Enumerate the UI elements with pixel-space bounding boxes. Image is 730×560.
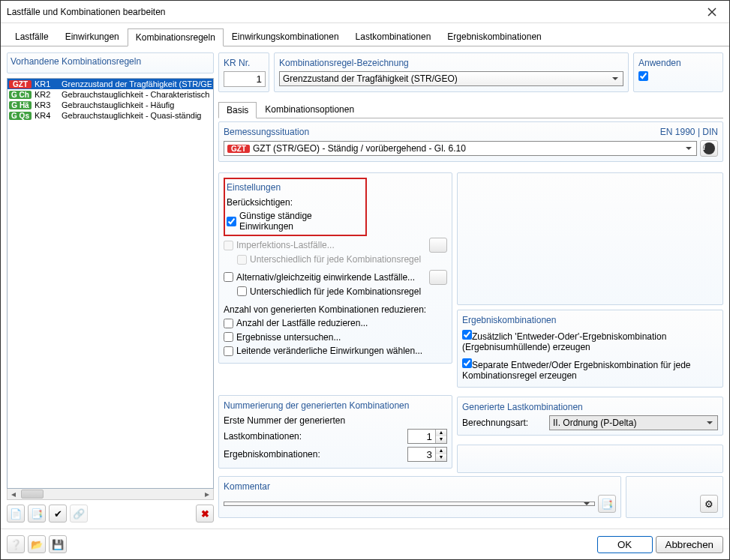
help-button[interactable]: ❔: [7, 535, 25, 553]
help-icon: ❔: [10, 539, 22, 550]
save-icon: 💾: [52, 539, 64, 550]
spinner-down-icon[interactable]: ▼: [436, 454, 446, 461]
delete-button[interactable]: ✖: [196, 505, 214, 523]
reduce3-checkbox[interactable]: Leitende veränderliche Einwirkungen wähl…: [224, 344, 422, 358]
bem-info-button[interactable]: i: [700, 140, 718, 157]
tab-ergebniskombinationen[interactable]: Ergebniskombinationen: [439, 28, 549, 46]
results-group: Ergebniskombinationen Zusätzlich 'Entwed…: [457, 310, 723, 388]
empty-lower-box: [457, 445, 723, 473]
rule-badge: G Ch: [9, 91, 32, 99]
rule-code: KR3: [35, 100, 59, 109]
reduce2-label: Ergebnisse untersuchen...: [236, 332, 341, 343]
apply-button[interactable]: ✔: [49, 505, 67, 523]
spinner-up-icon[interactable]: ▲: [436, 430, 446, 436]
rules-horizontal-scrollbar[interactable]: ◂ ▸: [7, 489, 214, 500]
rule-row-kr4[interactable]: G Qs KR4 Gebrauchstauglichkeit - Quasi-s…: [8, 110, 213, 121]
reduce2-checkbox[interactable]: Ergebnisse untersuchen...: [224, 331, 341, 344]
scroll-left-arrow-icon[interactable]: ◂: [8, 489, 20, 499]
highlight-box: Einstellungen Berücksichtigen: Günstige …: [224, 178, 367, 236]
ek-spinner[interactable]: ▲▼: [407, 447, 447, 462]
left-panel: Vorhandene Kombinationsregeln GZT KR1 Gr…: [7, 52, 214, 523]
scroll-thumb[interactable]: [21, 490, 44, 499]
new-rule-button[interactable]: 📄: [7, 505, 25, 523]
kr-bez-title: Kombinationsregel-Bezeichnung: [279, 58, 623, 68]
rule-row-kr1[interactable]: GZT KR1 Grenzzustand der Tragfähigkeit (…: [8, 79, 213, 89]
ek-spinner-input[interactable]: [408, 448, 435, 461]
tab-kombinationsregeln[interactable]: Kombinationsregeln: [128, 28, 224, 46]
link-button: 🔗: [70, 505, 88, 523]
rule-row-kr3[interactable]: G Hä KR3 Gebrauchstauglichkeit - Häufig: [8, 100, 213, 110]
diff2-checkbox[interactable]: Unterschiedlich für jede Kombinationsreg…: [224, 285, 421, 298]
rule-code: KR2: [35, 90, 59, 99]
settings-side-button[interactable]: ⚙: [700, 495, 718, 513]
cancel-button[interactable]: Abbrechen: [656, 536, 723, 553]
kr-nr-group: KR Nr.: [218, 52, 269, 92]
anwenden-group: Anwenden: [633, 52, 723, 92]
save-footer-button[interactable]: 💾: [49, 535, 67, 553]
anwenden-checkbox[interactable]: [638, 71, 648, 81]
rule-desc: Gebrauchstauglichkeit - Quasi-ständig: [62, 111, 212, 120]
tab-lastfaelle[interactable]: Lastfälle: [7, 28, 57, 46]
rule-code: KR1: [35, 79, 59, 88]
rule-badge: GZT: [9, 80, 32, 88]
sub-tab-options[interactable]: Kombinationsoptionen: [257, 101, 362, 118]
dialog-window: Lastfälle und Kombinationen bearbeiten L…: [0, 0, 730, 560]
alt-settings-button[interactable]: [429, 270, 447, 285]
generated-group: Generierte Lastkombinationen Berechnungs…: [457, 397, 723, 436]
rule-row-kr2[interactable]: G Ch KR2 Gebrauchstauglichkeit - Charakt…: [8, 89, 213, 100]
numbering-first-label: Erste Nummer der generierten: [224, 414, 447, 427]
delete-icon: ✖: [201, 508, 209, 520]
check-icon: ✔: [54, 508, 62, 520]
tab-einwirkungen[interactable]: Einwirkungen: [57, 28, 128, 46]
top-row: KR Nr. Kombinationsregel-Bezeichnung Gre…: [218, 52, 723, 97]
results-title: Ergebniskombinationen: [462, 315, 718, 325]
pick-icon: 📑: [601, 499, 613, 510]
kr-nr-input[interactable]: [224, 71, 266, 87]
comment-combo[interactable]: [224, 502, 595, 506]
open-button[interactable]: 📂: [28, 535, 46, 553]
kr-bez-value: Grenzzustand der Tragfähigkeit (STR/GEO): [283, 73, 458, 84]
sub-tab-basis[interactable]: Basis: [218, 102, 257, 118]
kr-bez-combo[interactable]: Grenzzustand der Tragfähigkeit (STR/GEO): [279, 71, 623, 86]
calc-value: II. Ordnung (P-Delta): [553, 418, 636, 428]
rules-group: Vorhandene Kombinationsregeln: [7, 52, 214, 73]
settings-side-group: ⚙: [626, 476, 723, 518]
dialog-footer: ❔ 📂 💾 OK Abbrechen: [1, 529, 729, 559]
kr-nr-title: KR Nr.: [224, 58, 264, 68]
anwenden-title: Anwenden: [638, 58, 718, 68]
settings-group: Einstellungen Berücksichtigen: Günstige …: [218, 172, 452, 364]
bem-value: GZT (STR/GEO) - Ständig / vorübergehend …: [253, 143, 466, 154]
diff2-label: Unterschiedlich für jede Kombinationsreg…: [250, 286, 421, 297]
result2-checkbox[interactable]: Separate Entweder/Oder Ergebniskombinati…: [462, 357, 718, 382]
ok-button[interactable]: OK: [597, 536, 653, 553]
close-button[interactable]: [701, 3, 723, 21]
lk-spinner-input[interactable]: [408, 430, 435, 443]
en-link[interactable]: EN 1990 | DIN: [660, 127, 718, 137]
rule-code: KR4: [35, 111, 59, 120]
lk-label: Lastkombinationen:: [224, 431, 403, 442]
spinner-down-icon[interactable]: ▼: [436, 436, 446, 443]
sub-tab-bar: Basis Kombinationsoptionen: [218, 101, 723, 118]
favorable-checkbox[interactable]: Günstige ständige Einwirkungen: [227, 209, 364, 233]
lk-spinner[interactable]: ▲▼: [407, 429, 447, 444]
rules-list[interactable]: GZT KR1 Grenzzustand der Tragfähigkeit (…: [7, 78, 214, 489]
folder-icon: 📂: [31, 539, 43, 550]
info-icon: i: [703, 142, 715, 154]
tab-einwirkungskombinationen[interactable]: Einwirkungskombinationen: [224, 28, 347, 46]
spinner-up-icon[interactable]: ▲: [436, 448, 446, 454]
gear-icon: ⚙: [704, 499, 713, 510]
reduce1-checkbox[interactable]: Anzahl der Lastfälle reduzieren...: [224, 316, 368, 330]
comment-pick-button[interactable]: 📑: [598, 495, 616, 513]
library-button[interactable]: 📑: [28, 505, 46, 523]
tab-lastkombinationen[interactable]: Lastkombinationen: [347, 28, 440, 46]
result1-checkbox[interactable]: Zusätzlich 'Entweder-Oder'-Ergebniskombi…: [462, 328, 718, 354]
consider-label: Berücksichtigen:: [227, 196, 364, 209]
sub-content: Einstellungen Berücksichtigen: Günstige …: [218, 169, 723, 473]
content-area: Vorhandene Kombinationsregeln GZT KR1 Gr…: [1, 46, 729, 529]
imperf-settings-button[interactable]: [429, 238, 447, 253]
reduce3-label: Leitende veränderliche Einwirkungen wähl…: [236, 346, 422, 356]
alt-checkbox[interactable]: Alternativ/gleichzeitig einwirkende Last…: [224, 271, 429, 284]
bem-combo[interactable]: GZT GZT (STR/GEO) - Ständig / vorübergeh…: [224, 141, 697, 156]
scroll-right-arrow-icon[interactable]: ▸: [201, 489, 213, 499]
calc-combo[interactable]: II. Ordnung (P-Delta): [549, 415, 718, 430]
